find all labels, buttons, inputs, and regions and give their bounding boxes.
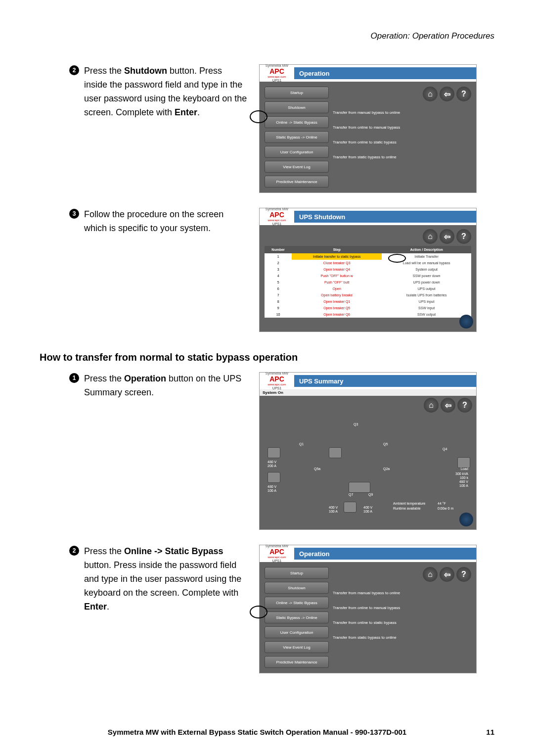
unit-id: UPS1	[260, 79, 294, 83]
brand-logo: APC	[260, 376, 294, 383]
predictive-maint-button[interactable]: Predictive Maintenance	[265, 656, 329, 668]
q5a-label: Q5a	[314, 467, 320, 471]
op-label-3: Transfer from static bypass to online	[333, 631, 471, 643]
online-static-button[interactable]: Online -> Static Bypass	[265, 597, 329, 609]
user-config-button[interactable]: User Configuration	[265, 626, 329, 638]
system-on-bar: System On	[260, 389, 476, 396]
home-icon[interactable]: ⌂	[423, 567, 438, 582]
table-row[interactable]: 5Push "OFF" buttUPS power down	[265, 279, 471, 285]
section-title: How to transfer from normal to static by…	[40, 352, 494, 363]
shutdown-table-screenshot: Normal Symmetra MW APC www.apc.com UPS1 …	[259, 208, 477, 332]
brand-area: Symmetra MW APC www.apc.com UPS1	[260, 544, 294, 563]
inverter-icon[interactable]	[349, 482, 370, 493]
operation-screenshot-2: Normal Symmetra MW APC www.apc.com UPS1 …	[259, 545, 477, 673]
b-step-1-marker: 1	[69, 373, 79, 383]
table-row[interactable]: 8Open breaker Q1UPS input	[265, 298, 471, 305]
unit-id: UPS1	[260, 559, 294, 563]
q2a-label: Q2a	[383, 467, 390, 471]
op-label-1: Transfer from online to manual bypass	[333, 602, 471, 614]
help-icon[interactable]: ?	[456, 87, 471, 101]
table-row[interactable]: 7Open battery breakeIsolate UPS from bat…	[265, 292, 471, 298]
startup-button[interactable]: Startup	[265, 87, 329, 98]
run-label: Runtime available	[393, 507, 421, 510]
b-step-2-marker: 2	[69, 546, 79, 556]
next-nav-icon[interactable]	[459, 513, 473, 526]
table-row[interactable]: 9Open breaker Q5SSW input	[265, 305, 471, 311]
shutdown-button[interactable]: Shutdown	[265, 582, 329, 594]
fv2: 400 V	[363, 506, 372, 509]
breaker-q5-icon[interactable]	[267, 472, 280, 483]
brand-logo: APC	[260, 68, 294, 75]
screen-title: Operation	[294, 67, 476, 79]
b2-a: Press the	[84, 546, 124, 556]
nav-icons: ⌂ ⇦ ?	[333, 567, 471, 582]
operation-screenshot-1: Normal Symmetra MW APC www.apc.com UPS1 …	[259, 64, 477, 193]
run-val: 0:00w 0 m	[438, 507, 453, 510]
brand-sub: www.apc.com	[260, 556, 294, 559]
r2a: 100 A	[267, 489, 276, 492]
table-row[interactable]: 10Open breaker Q6SSW output	[265, 311, 471, 318]
breaker-q2-icon[interactable]	[329, 447, 342, 458]
screen-title-summary: UPS Summary	[294, 375, 476, 387]
section-header: Operation: Operation Procedures	[371, 31, 494, 41]
ups-summary-screenshot: Normal Symmetra MW APC www.apc.com UPS1 …	[259, 372, 477, 530]
home-icon[interactable]: ⌂	[423, 229, 438, 244]
load-a: 100 A	[459, 484, 468, 487]
b2-d: Enter	[84, 602, 107, 612]
back-icon[interactable]: ⇦	[440, 87, 454, 101]
q7-label: Q7	[349, 493, 353, 496]
load-kva: 300 kVA	[455, 472, 468, 475]
static-online-button[interactable]: Static Bypass -> Online	[265, 612, 329, 623]
next-nav-icon[interactable]	[459, 315, 473, 329]
online-static-button[interactable]: Online -> Static Bypass	[265, 116, 329, 128]
battery-icon[interactable]	[344, 502, 356, 513]
operation-buttons: Startup Shutdown Online -> Static Bypass…	[265, 567, 329, 668]
table-row[interactable]: 2Close breaker Q3Load will be on manual …	[265, 260, 471, 266]
table-row[interactable]: 3Open breaker Q4System output	[265, 266, 471, 273]
view-event-log-button[interactable]: View Event Log	[265, 161, 329, 173]
q5-label: Q5	[383, 442, 388, 446]
r1a: 200 A	[267, 464, 276, 468]
brand-area: Symmetra MW APC www.apc.com UPS1	[260, 64, 294, 82]
brand-logo: APC	[260, 548, 294, 556]
r2v: 480 V	[267, 485, 276, 488]
back-icon[interactable]: ⇦	[440, 229, 454, 244]
amb-val: 44 °F	[438, 502, 446, 505]
shutdown-button[interactable]: Shutdown	[265, 101, 329, 113]
footer-title: Symmetra MW with External Bypass Static …	[40, 728, 475, 736]
brand-sub: www.apc.com	[260, 75, 294, 79]
b1-a: Press the	[84, 374, 124, 383]
predictive-maint-button[interactable]: Predictive Maintenance	[265, 176, 329, 188]
b-step-2-text: Press the Online -> Static Bypass button…	[84, 545, 247, 614]
step-2-row: 2 Press the Shutdown button. Press insid…	[40, 64, 494, 193]
back-icon[interactable]: ⇦	[440, 567, 454, 582]
b1-b: Operation	[124, 374, 166, 383]
table-row[interactable]: 1Initiate transfer to static bypassIniti…	[265, 253, 471, 260]
op-label-2: Transfer from online to static bypass	[333, 616, 471, 628]
single-line-diagram: Q1 Q3 Q5 Q5a Q2a Q7 Q9 Q4 480 V 200 A 48…	[265, 403, 471, 497]
b2-b: Online -> Static Bypass	[124, 546, 223, 556]
table-row[interactable]: 4Push "OFF" button wSSW power down	[265, 273, 471, 279]
breaker-q4-icon[interactable]	[457, 457, 470, 468]
amb-label: Ambient temperature	[393, 502, 425, 505]
col-desc: Action / Description	[382, 246, 471, 253]
brand-sub: www.apc.com	[260, 219, 294, 222]
user-config-button[interactable]: User Configuration	[265, 146, 329, 158]
table-row[interactable]: 6OpenUPS output	[265, 285, 471, 292]
step-2-text: Press the Shutdown button. Press inside …	[84, 64, 247, 120]
breaker-q1-icon[interactable]	[267, 447, 280, 458]
static-online-button[interactable]: Static Bypass -> Online	[265, 131, 329, 143]
op-label-1: Transfer from online to manual bypass	[333, 121, 471, 133]
help-icon[interactable]: ?	[456, 567, 471, 582]
view-event-log-button[interactable]: View Event Log	[265, 641, 329, 653]
col-number: Number	[265, 246, 292, 253]
fv1: 400 V	[329, 506, 338, 509]
help-icon[interactable]: ?	[456, 229, 471, 244]
nav-icons: ⌂ ⇦ ?	[333, 87, 471, 101]
home-icon[interactable]: ⌂	[423, 87, 438, 101]
screen-title: Operation	[294, 548, 476, 560]
q1-label: Q1	[299, 442, 304, 446]
step2-e: .	[197, 107, 200, 117]
startup-button[interactable]: Startup	[265, 567, 329, 579]
screen-title-shutdown: UPS Shutdown	[294, 211, 476, 223]
